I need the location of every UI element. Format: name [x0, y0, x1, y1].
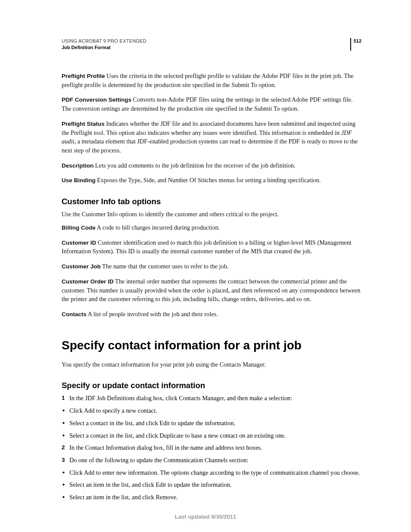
step-text: In the Contact Information dialog box, f… — [69, 443, 361, 452]
definition-contacts: Contacts A list of people involved with … — [62, 310, 361, 319]
step-item: 1In the JDF Job Definitions dialog box, … — [62, 394, 361, 403]
step-text: Select an item in the list, and click Ed… — [69, 480, 361, 489]
step-text: Do one of the following to update the Co… — [69, 456, 361, 465]
heading-specify-update: Specify or update contact information — [62, 381, 361, 390]
term: Customer ID — [62, 240, 96, 246]
step-item: •Click Add to enter new information. The… — [62, 468, 361, 477]
step-text: Click Add to enter new information. The … — [69, 468, 361, 477]
intro-text: Use the Customer Info options to identif… — [62, 210, 361, 219]
bullet-marker: • — [62, 419, 69, 428]
bullet-marker: • — [62, 480, 69, 489]
bullet-marker: • — [62, 468, 69, 477]
intro-text: You specify the contact information for … — [62, 360, 361, 369]
definition-preflight-status: Preflight Status Indicates whether the J… — [62, 119, 361, 155]
term: Description — [62, 162, 93, 169]
bullet-marker: • — [62, 431, 69, 440]
doc-title: USING ACROBAT 9 PRO EXTENDED — [62, 38, 146, 44]
definition-pdf-conversion-settings: PDF Conversion Settings Converts non-Ado… — [62, 95, 361, 113]
heading-customer-info: Customer Info tab options — [62, 197, 361, 206]
step-marker: 1 — [62, 394, 69, 403]
definition-customer-job: Customer Job The name that the customer … — [62, 262, 361, 271]
steps-list: 1In the JDF Job Definitions dialog box, … — [62, 394, 361, 501]
page-number-rule — [350, 38, 351, 51]
header-left: USING ACROBAT 9 PRO EXTENDED Job Definit… — [62, 38, 146, 51]
step-text: Select a contact in the list, and click … — [69, 431, 361, 440]
definition-preflight-profile: Preflight Profile Uses the criteria in t… — [62, 72, 361, 89]
doc-section: Job Definition Format — [62, 44, 146, 51]
page-number: 512 — [354, 38, 361, 44]
page-number-block: 512 — [350, 38, 361, 51]
term: Customer Job — [62, 263, 101, 270]
term: Preflight Profile — [62, 73, 105, 79]
term: Billing Code — [62, 224, 96, 231]
step-marker: 3 — [62, 456, 69, 465]
term: Use Binding — [62, 177, 96, 184]
definition-text: Customer identification used to match th… — [62, 239, 352, 255]
customer-info-intro: Use the Customer Info options to identif… — [62, 210, 361, 219]
step-marker: 2 — [62, 443, 69, 452]
page-footer: Last updated 9/30/2011 — [0, 513, 411, 520]
bullet-marker: • — [62, 493, 69, 502]
step-text: In the JDF Job Definitions dialog box, c… — [69, 394, 361, 403]
definition-text: Lets you add comments to the job definit… — [93, 162, 296, 169]
term: Preflight Status — [62, 121, 105, 127]
step-item: 2In the Contact Information dialog box, … — [62, 443, 361, 452]
page-header: USING ACROBAT 9 PRO EXTENDED Job Definit… — [62, 38, 361, 51]
step-text: Click Add to specify a new contact. — [69, 406, 361, 415]
bullet-marker: • — [62, 406, 69, 415]
definition-text: The name that the customer uses to refer… — [101, 263, 229, 270]
step-item: 3Do one of the following to update the C… — [62, 456, 361, 465]
definition-customer-id: Customer ID Customer identification used… — [62, 238, 361, 256]
step-item: •Click Add to specify a new contact. — [62, 406, 361, 415]
definition-use-binding: Use Binding Exposes the Type, Side, and … — [62, 176, 361, 185]
step-item: •Select a contact in the list, and click… — [62, 419, 361, 428]
definition-customer-order-id: Customer Order ID The internal order num… — [62, 277, 361, 304]
chapter-intro: You specify the contact information for … — [62, 360, 361, 369]
step-item: •Select an item in the list, and click E… — [62, 480, 361, 489]
page-content: USING ACROBAT 9 PRO EXTENDED Job Definit… — [0, 0, 411, 502]
term: Contacts — [62, 311, 87, 317]
step-item: •Select an item in the list, and click R… — [62, 493, 361, 502]
definition-text: A list of people involved with the job a… — [87, 311, 218, 317]
step-text: Select a contact in the list, and click … — [69, 419, 361, 428]
term: PDF Conversion Settings — [62, 96, 131, 103]
definition-text: Exposes the Type, Side, and Number Of St… — [96, 177, 321, 184]
definition-billing-code: Billing Code A code to bill charges incu… — [62, 223, 361, 232]
definition-text: Uses the criteria in the selected prefli… — [62, 72, 354, 88]
definition-text-before: Indicates whether the JDF file and its a… — [62, 120, 355, 136]
definition-description: Description Lets you add comments to the… — [62, 161, 361, 170]
step-text: Select an item in the list, and click Re… — [69, 493, 361, 502]
definition-text-after: , a metadata element that JDF-enabled pr… — [62, 138, 358, 154]
step-item: •Select a contact in the list, and click… — [62, 431, 361, 440]
term: Customer Order ID — [62, 278, 114, 285]
definition-text: A code to bill charges incurred during p… — [96, 224, 220, 231]
chapter-title: Specify contact information for a print … — [62, 339, 361, 352]
